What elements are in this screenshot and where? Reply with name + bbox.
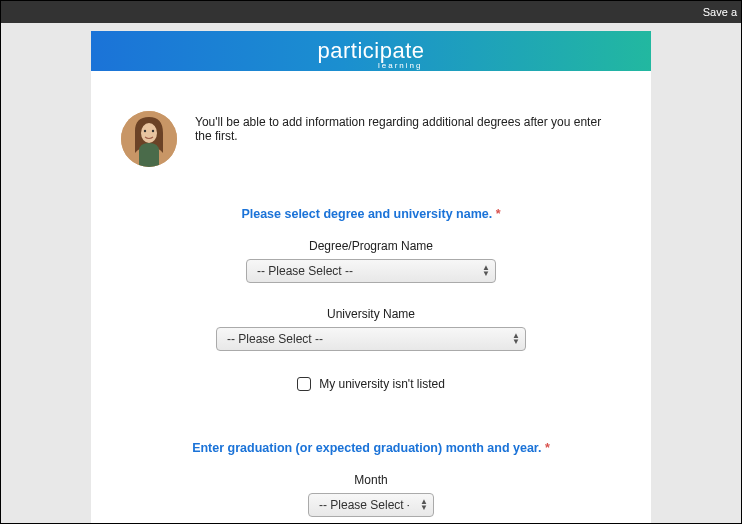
degree-select[interactable]: -- Please Select --: [246, 259, 496, 283]
save-link[interactable]: Save a: [703, 6, 737, 18]
brand-sub: learning: [378, 61, 422, 70]
intro-row: You'll be able to add information regard…: [121, 111, 621, 167]
form-card: participate learning: [91, 31, 651, 523]
form-content: You'll be able to add information regard…: [91, 71, 651, 523]
degree-label: Degree/Program Name: [121, 239, 621, 253]
university-select[interactable]: -- Please Select --: [216, 327, 526, 351]
not-listed-row: My university isn't listed: [121, 377, 621, 391]
svg-point-3: [144, 130, 146, 132]
brand-logo: participate learning: [317, 38, 424, 64]
svg-point-2: [141, 123, 157, 143]
avatar: [121, 111, 177, 167]
required-marker: *: [545, 441, 550, 455]
intro-text: You'll be able to add information regard…: [195, 111, 621, 143]
university-label: University Name: [121, 307, 621, 321]
svg-point-4: [152, 130, 154, 132]
required-marker: *: [496, 207, 501, 221]
brand-header: participate learning: [91, 31, 651, 71]
section-degree-title: Please select degree and university name…: [121, 207, 621, 221]
month-select[interactable]: -- Please Select --: [308, 493, 434, 517]
not-listed-checkbox[interactable]: [297, 377, 311, 391]
top-bar: Save a: [1, 1, 741, 23]
not-listed-label: My university isn't listed: [319, 377, 445, 391]
page-background: participate learning: [1, 23, 741, 523]
month-label: Month: [121, 473, 621, 487]
section-graduation-title: Enter graduation (or expected graduation…: [121, 441, 621, 455]
